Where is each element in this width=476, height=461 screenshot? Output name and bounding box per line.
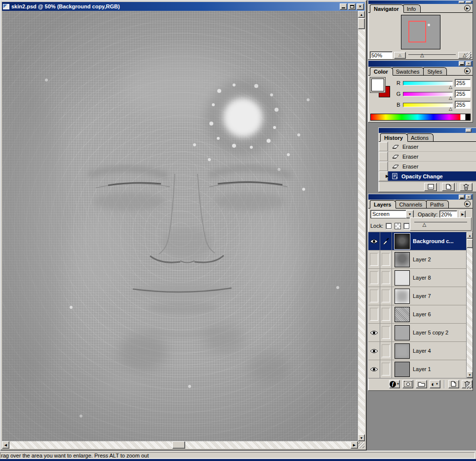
layer-style-button[interactable]: f▼ <box>389 380 400 388</box>
layer-name[interactable]: Layer 5 copy 2 <box>413 330 448 335</box>
scroll-up-button[interactable]: ▲ <box>358 11 365 18</box>
blue-value-input[interactable] <box>455 101 471 109</box>
palette-resize-grip[interactable] <box>466 53 472 59</box>
navigator-viewbox[interactable] <box>408 21 427 42</box>
horizontal-scroll-thumb[interactable] <box>172 441 185 449</box>
layers-titlebar[interactable]: × <box>368 194 473 200</box>
color-spectrum-ramp[interactable] <box>370 114 471 121</box>
palette-minimize-button[interactable] <box>459 1 465 3</box>
tab-history[interactable]: History <box>380 133 408 142</box>
scroll-down-button[interactable]: ▼ <box>358 434 365 441</box>
add-layer-mask-button[interactable] <box>402 380 413 388</box>
layer-thumbnail[interactable] <box>395 252 410 267</box>
color-titlebar[interactable]: × <box>368 61 473 67</box>
link-cell[interactable] <box>380 342 392 360</box>
visibility-toggle[interactable] <box>368 269 380 287</box>
tab-paths[interactable]: Paths <box>426 200 449 208</box>
palette-menu-button[interactable]: ▶ <box>464 68 471 74</box>
tab-styles[interactable]: Styles <box>423 67 447 75</box>
scroll-right-button[interactable]: ▶ <box>351 441 358 449</box>
layer-thumbnail[interactable] <box>395 289 410 304</box>
history-state-pointer[interactable]: ▶ <box>386 174 389 178</box>
blend-mode-select[interactable]: Screen ▼ <box>370 210 414 218</box>
palette-close-button[interactable]: × <box>466 195 472 200</box>
navigator-titlebar[interactable] <box>368 0 473 4</box>
blue-slider-thumb[interactable]: △ <box>449 106 452 111</box>
layer-name[interactable]: Layer 6 <box>413 311 431 317</box>
navigator-preview[interactable] <box>401 15 440 49</box>
new-document-from-state-button[interactable] <box>424 183 437 191</box>
opacity-slider-popup[interactable]: △ <box>410 217 472 231</box>
layer-row-layer8[interactable]: Layer 8 <box>368 269 467 287</box>
visibility-toggle[interactable] <box>368 251 380 268</box>
visibility-toggle[interactable] <box>368 324 380 341</box>
opacity-popup-thumb[interactable]: △ <box>423 222 427 227</box>
layer-thumbnail[interactable] <box>395 343 410 359</box>
history-source-cell[interactable] <box>379 142 388 151</box>
blue-slider[interactable]: △ <box>403 103 453 107</box>
scroll-up-button[interactable]: ▲ <box>467 232 473 239</box>
delete-state-button[interactable] <box>460 183 473 191</box>
vertical-scroll-thumb[interactable] <box>358 18 365 29</box>
palette-menu-button[interactable]: ▶ <box>464 5 471 11</box>
layer-row-layer2[interactable]: Layer 2 <box>368 251 467 269</box>
close-button[interactable]: × <box>357 3 364 10</box>
link-cell[interactable] <box>380 232 392 250</box>
lock-image-checkbox[interactable] <box>403 223 410 229</box>
tab-channels[interactable]: Channels <box>395 200 427 208</box>
layer-name[interactable]: Layer 8 <box>413 275 431 281</box>
palette-minimize-button[interactable] <box>459 195 465 200</box>
tab-layers[interactable]: Layers <box>370 200 396 209</box>
link-cell[interactable] <box>380 324 392 341</box>
history-state[interactable]: Eraser <box>379 152 476 162</box>
link-cell[interactable] <box>380 305 392 323</box>
tab-navigator[interactable]: Navigator <box>370 4 404 13</box>
layer-name[interactable]: Layer 1 <box>413 366 431 372</box>
link-cell[interactable] <box>380 251 392 268</box>
history-state-selected[interactable]: ▶ Opacity Change <box>379 171 476 181</box>
history-state[interactable]: Eraser <box>379 162 476 171</box>
red-slider-thumb[interactable]: △ <box>449 84 452 89</box>
green-slider[interactable]: △ <box>403 92 453 96</box>
resize-grip[interactable] <box>358 442 364 448</box>
palette-menu-button[interactable]: ▶ <box>464 201 471 207</box>
minimize-button[interactable] <box>340 3 347 10</box>
tab-actions[interactable]: Actions <box>407 133 434 141</box>
layer-row-background-copy[interactable]: Background c... <box>368 232 467 251</box>
green-value-input[interactable] <box>455 90 471 98</box>
tab-info[interactable]: Info <box>403 4 421 12</box>
history-titlebar[interactable] <box>379 128 476 133</box>
layer-name[interactable]: Layer 4 <box>413 348 431 354</box>
layer-row-layer5copy2[interactable]: Layer 5 copy 2 <box>368 324 467 342</box>
layer-name[interactable]: Layer 7 <box>413 293 431 299</box>
horizontal-scrollbar[interactable]: ◀ ▶ <box>2 441 358 449</box>
scroll-down-button[interactable]: ▼ <box>467 372 473 378</box>
scroll-left-button[interactable]: ◀ <box>2 441 9 449</box>
navigator-zoom-slider[interactable]: △ <box>407 51 457 59</box>
palette-close-button[interactable] <box>466 1 472 3</box>
vertical-scrollbar[interactable]: ▲ ▼ <box>358 11 365 441</box>
lock-transparency-checkbox[interactable] <box>386 223 392 229</box>
layer-name[interactable]: Background c... <box>413 238 454 244</box>
history-state[interactable]: Eraser <box>379 142 476 152</box>
zoom-out-button[interactable]: △ <box>394 52 406 59</box>
new-layer-button[interactable] <box>448 380 459 388</box>
link-cell[interactable] <box>380 287 392 305</box>
link-cell[interactable] <box>380 269 392 287</box>
palette-resize-grip[interactable] <box>466 383 472 389</box>
layers-scroll-thumb[interactable] <box>467 239 473 248</box>
layer-row-layer6[interactable]: Layer 6 <box>368 305 467 324</box>
palette-minimize-button[interactable] <box>466 128 472 132</box>
foreground-color-swatch[interactable] <box>371 79 384 91</box>
history-source-cell[interactable] <box>379 162 388 171</box>
layer-row-layer7[interactable]: Layer 7 <box>368 287 467 305</box>
tab-color[interactable]: Color <box>370 67 393 76</box>
visibility-toggle[interactable] <box>368 232 380 250</box>
layers-scrollbar[interactable]: ▲ ▼ <box>466 232 473 378</box>
tab-swatches[interactable]: Swatches <box>392 67 425 75</box>
layer-thumbnail[interactable] <box>395 362 410 377</box>
red-slider[interactable]: △ <box>403 81 453 85</box>
new-snapshot-button[interactable] <box>442 183 455 191</box>
layer-row-layer4[interactable]: Layer 4 <box>368 342 467 360</box>
layer-name[interactable]: Layer 2 <box>413 256 431 262</box>
